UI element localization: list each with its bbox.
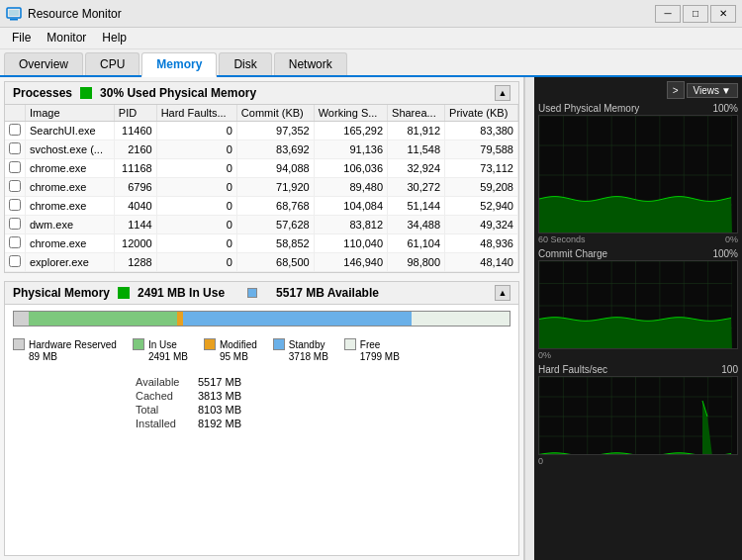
legend-standby-label: Standby: [289, 339, 325, 350]
row-commit: 71,920: [236, 178, 314, 197]
row-checkbox[interactable]: [5, 234, 26, 253]
col-commit[interactable]: Commit (KB): [236, 105, 314, 122]
graph2-title: Commit Charge: [538, 248, 607, 259]
hard-faults-graph: Hard Faults/sec 100 0: [538, 364, 738, 466]
row-checkbox[interactable]: [5, 216, 26, 234]
row-checkbox[interactable]: [5, 122, 26, 140]
memory-bar-container: [5, 305, 518, 334]
row-commit: 97,352: [236, 122, 314, 140]
table-row[interactable]: chrome.exe 11168 0 94,088 106,036 32,924…: [5, 159, 518, 178]
memory-bar: [13, 311, 510, 327]
left-panel: Processes 30% Used Physical Memory ▲ Ima…: [0, 77, 524, 560]
minimize-button[interactable]: ─: [655, 5, 681, 23]
legend-inuse-label: In Use: [148, 339, 177, 350]
row-pid: 1144: [114, 216, 156, 234]
tab-disk[interactable]: Disk: [219, 52, 271, 75]
graph3-max: 100: [721, 364, 738, 375]
physical-memory-title: Physical Memory: [13, 286, 110, 300]
row-hard-faults: 0: [156, 216, 236, 234]
row-checkbox[interactable]: [5, 197, 26, 216]
menu-help[interactable]: Help: [94, 30, 135, 47]
col-shared[interactable]: Sharea...: [388, 105, 445, 122]
processes-table: Image PID Hard Faults... Commit (KB) Wor…: [5, 105, 518, 272]
processes-table-container[interactable]: Image PID Hard Faults... Commit (KB) Wor…: [5, 105, 518, 272]
row-image: chrome.exe: [26, 159, 115, 178]
row-shared: 81,912: [388, 122, 445, 140]
col-pid[interactable]: PID: [114, 105, 156, 122]
table-row[interactable]: svchost.exe (... 2160 0 83,692 91,136 11…: [5, 140, 518, 159]
row-checkbox[interactable]: [5, 140, 26, 159]
col-hard-faults[interactable]: Hard Faults...: [156, 105, 236, 122]
menu-file[interactable]: File: [4, 30, 39, 47]
row-image: chrome.exe: [26, 197, 115, 216]
col-private[interactable]: Private (KB): [445, 105, 518, 122]
graph2-max: 100%: [712, 248, 738, 259]
col-image[interactable]: Image: [26, 105, 115, 122]
row-checkbox[interactable]: [5, 178, 26, 197]
tab-memory[interactable]: Memory: [141, 52, 217, 77]
row-checkbox[interactable]: [5, 253, 26, 272]
available-label: 5517 MB Available: [276, 286, 379, 300]
tabs-bar: Overview CPU Memory Disk Network: [0, 49, 742, 77]
row-private: 59,208: [445, 178, 518, 197]
row-pid: 11168: [114, 159, 156, 178]
right-panel: > Views ▼ Used Physical Memory 100% 60 S…: [534, 77, 742, 560]
row-checkbox[interactable]: [5, 159, 26, 178]
views-chevron-icon: ▼: [721, 85, 731, 96]
row-commit: 57,628: [236, 216, 314, 234]
processes-collapse-button[interactable]: ▲: [495, 85, 510, 101]
row-hard-faults: 0: [156, 122, 236, 140]
legend-free-box: [344, 338, 356, 350]
table-row[interactable]: SearchUI.exe 11460 0 97,352 165,292 81,9…: [5, 122, 518, 140]
legend-inuse-value: 2491 MB: [133, 351, 188, 362]
title-bar: Resource Monitor ─ □ ✕: [0, 0, 742, 28]
expand-button[interactable]: >: [667, 81, 685, 99]
legend-hw-label: Hardware Reserved: [29, 339, 117, 350]
graph1-max: 100%: [712, 103, 738, 114]
legend-modified: Modified 95 MB: [204, 338, 257, 362]
row-shared: 98,800: [388, 253, 445, 272]
bar-free: [412, 312, 510, 326]
legend-modified-value: 95 MB: [204, 351, 248, 362]
physical-collapse-button[interactable]: ▲: [495, 285, 510, 301]
in-use-label: 2491 MB In Use: [138, 286, 225, 300]
tab-network[interactable]: Network: [274, 52, 347, 75]
table-row[interactable]: dwm.exe 1144 0 57,628 83,812 34,488 49,3…: [5, 216, 518, 234]
row-image: explorer.exe: [26, 253, 115, 272]
commit-charge-graph: Commit Charge 100% 0%: [538, 248, 738, 360]
row-private: 52,940: [445, 197, 518, 216]
memory-stats: Available 5517 MB Cached 3813 MB Total 8…: [5, 372, 518, 433]
row-working: 106,036: [314, 159, 387, 178]
tab-overview[interactable]: Overview: [4, 52, 83, 75]
row-pid: 4040: [114, 197, 156, 216]
legend-free-value: 1799 MB: [344, 351, 400, 362]
legend-hw-box: [13, 338, 25, 350]
legend-standby: Standby 3718 MB: [273, 338, 328, 362]
col-working[interactable]: Working S...: [314, 105, 387, 122]
maximize-button[interactable]: □: [683, 5, 708, 23]
views-button[interactable]: Views ▼: [687, 83, 738, 98]
table-row[interactable]: explorer.exe 1288 0 68,500 146,940 98,80…: [5, 253, 518, 272]
row-working: 91,136: [314, 140, 387, 159]
row-image: chrome.exe: [26, 178, 115, 197]
table-row[interactable]: chrome.exe 4040 0 68,768 104,084 51,144 …: [5, 197, 518, 216]
main-scrollbar[interactable]: [524, 77, 534, 560]
row-commit: 68,500: [236, 253, 314, 272]
legend-standby-box: [273, 338, 285, 350]
row-pid: 2160: [114, 140, 156, 159]
bar-in-use: [29, 312, 177, 326]
physical-memory-header: Physical Memory 2491 MB In Use 5517 MB A…: [5, 282, 518, 305]
table-row[interactable]: chrome.exe 6796 0 71,920 89,480 30,272 5…: [5, 178, 518, 197]
row-hard-faults: 0: [156, 178, 236, 197]
row-commit: 94,088: [236, 159, 314, 178]
menu-monitor[interactable]: Monitor: [39, 30, 94, 47]
memory-legend: Hardware Reserved 89 MB In Use 2491 MB M…: [5, 334, 518, 368]
col-checkbox[interactable]: [5, 105, 26, 122]
physical-status-dot: [118, 287, 130, 299]
graph2-min: 0%: [538, 350, 551, 360]
close-button[interactable]: ✕: [710, 5, 736, 23]
row-image: svchost.exe (...: [26, 140, 115, 159]
table-row[interactable]: chrome.exe 12000 0 58,852 110,040 61,104…: [5, 234, 518, 253]
tab-cpu[interactable]: CPU: [85, 52, 139, 75]
row-shared: 32,924: [388, 159, 445, 178]
